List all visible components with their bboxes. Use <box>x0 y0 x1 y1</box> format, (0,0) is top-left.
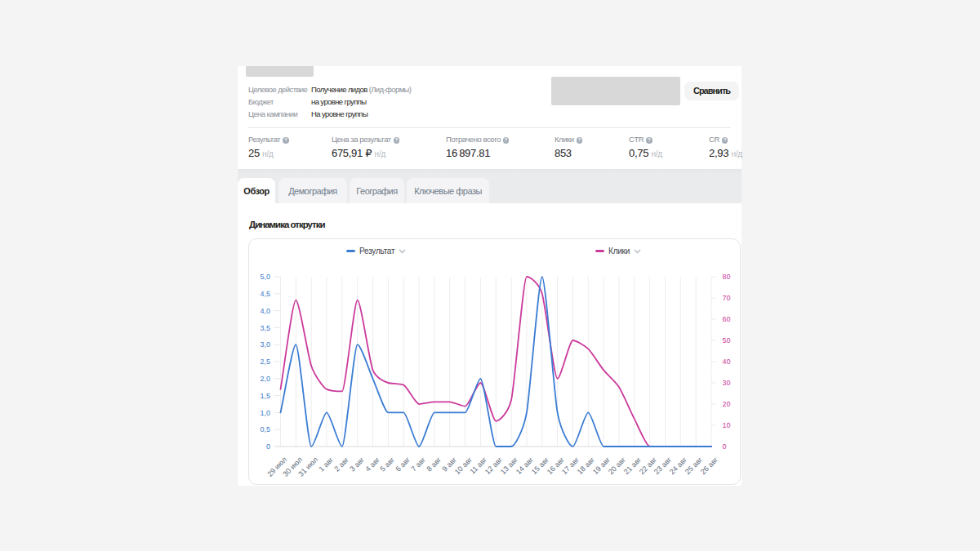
svg-text:20: 20 <box>723 400 731 408</box>
svg-text:70: 70 <box>723 294 731 302</box>
svg-text:60: 60 <box>723 315 731 323</box>
svg-text:3,5: 3,5 <box>260 324 270 332</box>
svg-text:2,5: 2,5 <box>260 358 270 366</box>
svg-text:0: 0 <box>266 442 270 451</box>
svg-text:10: 10 <box>723 421 731 429</box>
svg-text:0,5: 0,5 <box>260 425 270 433</box>
svg-text:4,5: 4,5 <box>260 290 270 298</box>
svg-text:80: 80 <box>723 273 731 281</box>
svg-text:40: 40 <box>723 358 731 366</box>
svg-text:2,0: 2,0 <box>260 375 270 383</box>
svg-text:1,0: 1,0 <box>260 409 270 417</box>
svg-text:1,5: 1,5 <box>260 392 270 400</box>
svg-text:3,0: 3,0 <box>260 340 270 349</box>
svg-text:0: 0 <box>723 442 727 451</box>
svg-text:50: 50 <box>723 336 731 344</box>
svg-text:4,0: 4,0 <box>260 307 270 315</box>
svg-text:5,0: 5,0 <box>260 273 270 281</box>
svg-text:30: 30 <box>723 379 731 387</box>
